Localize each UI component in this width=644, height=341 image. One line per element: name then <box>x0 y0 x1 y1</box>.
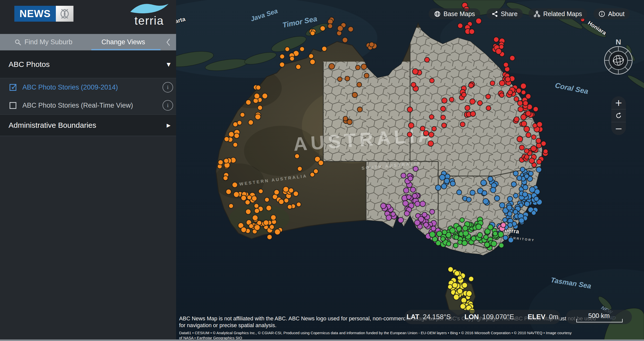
layer-item-photo-stories-2009-2014[interactable]: ✓ ABC Photo Stories (2009-2014) i <box>0 78 176 96</box>
photo-story-dot[interactable] <box>338 77 342 81</box>
photo-story-dot[interactable] <box>522 192 528 197</box>
photo-story-dot[interactable] <box>513 171 518 176</box>
photo-story-dot[interactable] <box>482 191 487 196</box>
photo-story-dot[interactable] <box>271 215 276 220</box>
info-icon[interactable]: i <box>163 82 173 93</box>
photo-story-dot[interactable] <box>494 196 500 201</box>
photo-story-dot[interactable] <box>541 141 546 146</box>
photo-story-dot[interactable] <box>514 97 519 101</box>
photo-story-dot[interactable] <box>414 220 420 226</box>
photo-story-dot[interactable] <box>521 121 527 126</box>
photo-story-dot[interactable] <box>525 174 529 179</box>
photo-story-dot[interactable] <box>462 226 468 231</box>
photo-story-dot[interactable] <box>232 182 237 187</box>
photo-story-dot[interactable] <box>491 187 496 193</box>
photo-story-dot[interactable] <box>442 230 447 235</box>
photo-story-dot[interactable] <box>493 231 498 236</box>
photo-story-dot[interactable] <box>536 138 541 143</box>
photo-story-dot[interactable] <box>407 195 411 199</box>
location-readout[interactable]: LAT 24.158°S LON 109.070°E ELEV 0m <box>405 310 560 324</box>
photo-story-dot[interactable] <box>432 126 436 131</box>
photo-story-dot[interactable] <box>309 54 313 59</box>
photo-story-dot[interactable] <box>289 188 294 193</box>
photo-story-dot[interactable] <box>342 37 348 43</box>
photo-story-dot[interactable] <box>430 78 434 83</box>
photo-story-dot[interactable] <box>442 98 447 103</box>
photo-story-dot[interactable] <box>507 196 513 202</box>
photo-story-dot[interactable] <box>483 198 489 204</box>
photo-story-dot[interactable] <box>297 166 302 171</box>
photo-story-dot[interactable] <box>269 225 274 229</box>
photo-story-dot[interactable] <box>337 26 343 31</box>
section-administrative-boundaries[interactable]: Administrative Boundaries ▶ <box>0 114 176 136</box>
photo-story-dot[interactable] <box>407 132 412 137</box>
photo-story-dot[interactable] <box>412 69 418 74</box>
photo-story-dot[interactable] <box>398 217 404 223</box>
photo-story-dot[interactable] <box>256 85 261 90</box>
photo-story-dot[interactable] <box>537 122 542 127</box>
photo-story-dot[interactable] <box>404 188 409 193</box>
photo-story-dot[interactable] <box>465 105 470 110</box>
photo-story-dot[interactable] <box>501 223 506 228</box>
photo-story-dot[interactable] <box>510 56 515 61</box>
photo-story-dot[interactable] <box>252 196 257 201</box>
photo-story-dot[interactable] <box>537 159 542 164</box>
photo-story-dot[interactable] <box>505 77 510 82</box>
photo-story-dot[interactable] <box>422 212 427 217</box>
photo-story-dot[interactable] <box>267 235 272 240</box>
reset-view-button[interactable] <box>611 109 626 122</box>
photo-story-dot[interactable] <box>519 218 524 223</box>
photo-story-dot[interactable] <box>249 224 254 229</box>
photo-story-dot[interactable] <box>470 99 475 104</box>
photo-story-dot[interactable] <box>454 235 459 240</box>
photo-story-dot[interactable] <box>517 176 522 181</box>
photo-story-dot[interactable] <box>499 93 504 97</box>
photo-story-dot[interactable] <box>254 208 259 213</box>
photo-story-dot[interactable] <box>283 187 289 192</box>
photo-story-dot[interactable] <box>224 137 229 142</box>
photo-story-dot[interactable] <box>477 101 482 105</box>
photo-story-dot[interactable] <box>266 205 272 211</box>
photo-story-dot[interactable] <box>318 160 324 165</box>
section-abc-photos[interactable]: ABC Photos ▼ <box>0 50 176 78</box>
photo-story-dot[interactable] <box>532 210 536 215</box>
photo-story-dot[interactable] <box>534 196 539 201</box>
photo-story-dot[interactable] <box>536 167 542 173</box>
photo-story-dot[interactable] <box>458 240 462 244</box>
photo-story-dot[interactable] <box>470 111 476 117</box>
photo-story-dot[interactable] <box>290 56 294 61</box>
photo-story-dot[interactable] <box>293 191 298 196</box>
photo-story-dot[interactable] <box>481 180 487 186</box>
photo-story-dot[interactable] <box>529 158 535 164</box>
photo-story-dot[interactable] <box>345 76 350 81</box>
photo-story-dot[interactable] <box>403 201 408 206</box>
photo-story-dot[interactable] <box>361 64 367 69</box>
photo-story-dot[interactable] <box>500 203 505 208</box>
photo-story-dot[interactable] <box>229 204 233 208</box>
photo-story-dot[interactable] <box>274 229 280 235</box>
photo-story-dot[interactable] <box>517 101 523 106</box>
photo-story-dot[interactable] <box>430 209 435 214</box>
photo-story-dot[interactable] <box>520 83 526 89</box>
photo-story-dot[interactable] <box>241 195 246 201</box>
tab-find-my-suburb[interactable]: Find My Suburb <box>0 34 87 50</box>
photo-story-dot[interactable] <box>523 185 528 190</box>
photo-story-dot[interactable] <box>496 49 502 54</box>
photo-story-dot[interactable] <box>490 81 495 86</box>
photo-story-dot[interactable] <box>488 225 493 230</box>
photo-story-dot[interactable] <box>429 132 434 137</box>
photo-story-dot[interactable] <box>484 242 490 247</box>
photo-story-dot[interactable] <box>408 176 413 181</box>
photo-story-dot[interactable] <box>511 182 516 187</box>
photo-story-dot[interactable] <box>525 201 530 207</box>
photo-story-dot[interactable] <box>237 120 242 125</box>
photo-story-dot[interactable] <box>279 62 285 67</box>
photo-story-dot[interactable] <box>420 201 425 207</box>
photo-story-dot[interactable] <box>234 133 239 138</box>
photo-story-dot[interactable] <box>462 240 467 246</box>
photo-story-dot[interactable] <box>457 190 462 195</box>
photo-story-dot[interactable] <box>460 218 464 222</box>
photo-story-dot[interactable] <box>320 26 325 31</box>
photo-story-dot[interactable] <box>229 132 234 137</box>
photo-story-dot[interactable] <box>285 47 290 51</box>
